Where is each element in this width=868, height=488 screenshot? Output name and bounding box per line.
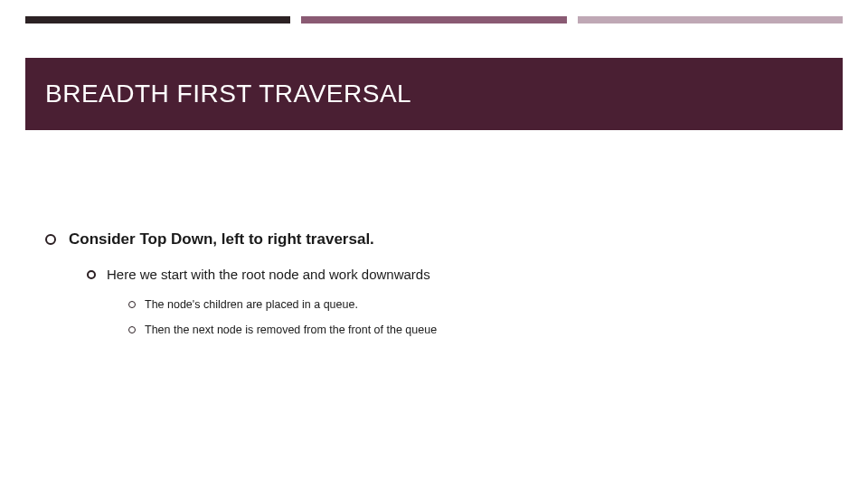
title-band: BREADTH FIRST TRAVERSAL (25, 58, 843, 130)
circle-bullet-icon (87, 270, 96, 279)
bullet-text: Consider Top Down, left to right travers… (69, 230, 374, 249)
circle-bullet-icon (128, 326, 136, 333)
bullet-text: Here we start with the root node and wor… (107, 267, 430, 282)
content-area: Consider Top Down, left to right travers… (45, 230, 832, 349)
accent-segment-light (578, 16, 843, 23)
bullet-text: The node's children are placed in a queu… (145, 298, 358, 311)
bullet-level-3: Then the next node is removed from the f… (128, 324, 832, 336)
accent-segment-dark (25, 16, 290, 23)
bullet-level-2: Here we start with the root node and wor… (87, 267, 832, 282)
accent-segment-mid (301, 16, 566, 23)
circle-bullet-icon (45, 234, 56, 245)
bullet-level-1: Consider Top Down, left to right travers… (45, 230, 832, 249)
bullet-level-3: The node's children are placed in a queu… (128, 298, 832, 311)
accent-bar (25, 16, 843, 23)
slide-title: BREADTH FIRST TRAVERSAL (45, 80, 411, 108)
circle-bullet-icon (128, 301, 136, 308)
bullet-text: Then the next node is removed from the f… (145, 324, 437, 336)
